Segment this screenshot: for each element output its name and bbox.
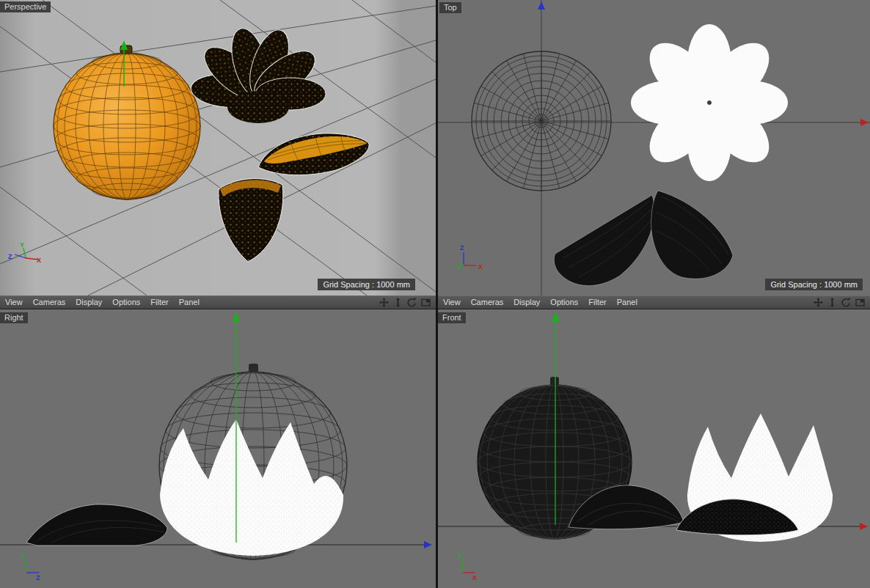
- menu-panel[interactable]: Panel: [612, 296, 643, 309]
- menu-view[interactable]: View: [438, 296, 466, 309]
- axis-y-label: Y: [20, 241, 24, 249]
- axis-x-label: X: [37, 257, 41, 264]
- white-peel-flower-object[interactable]: [631, 24, 788, 181]
- pan-icon[interactable]: [379, 298, 390, 308]
- dolly-icon[interactable]: [827, 298, 838, 308]
- axis-y-label: Y: [457, 264, 461, 271]
- axis-y-label: Y: [21, 552, 26, 559]
- maximize-icon[interactable]: [855, 298, 866, 308]
- right-canvas[interactable]: Y Z: [0, 309, 436, 588]
- orange-stem: [550, 377, 559, 386]
- menu-filter[interactable]: Filter: [145, 296, 173, 309]
- axis-z-label: Z: [8, 253, 12, 260]
- perspective-canvas[interactable]: Y Z X: [0, 0, 436, 295]
- menu-options[interactable]: Options: [545, 296, 583, 309]
- maximize-icon[interactable]: [420, 298, 431, 308]
- application-window: Perspective Grid Spacing : 1000 mm: [0, 0, 870, 588]
- axis-z-label: Z: [460, 244, 464, 251]
- menu-filter[interactable]: Filter: [583, 296, 611, 309]
- viewport-label: Right: [0, 312, 28, 323]
- axis-z-label: Z: [36, 574, 40, 581]
- menu-display[interactable]: Display: [508, 296, 545, 309]
- viewport-top[interactable]: Top Grid Spacing : 1000 mm: [438, 0, 870, 295]
- axis-x-label: X: [478, 263, 483, 271]
- axis-x-label: X: [472, 574, 477, 581]
- viewport-perspective[interactable]: Perspective Grid Spacing : 1000 mm: [0, 0, 436, 295]
- viewport-label: Top: [439, 2, 461, 13]
- orange-sphere-wireframe[interactable]: [472, 51, 611, 191]
- dolly-icon[interactable]: [392, 298, 403, 308]
- rotate-icon[interactable]: [406, 298, 417, 308]
- viewport-menubar-right: View Cameras Display Options Filter Pane…: [438, 295, 870, 309]
- viewport-right[interactable]: Right: [0, 309, 436, 588]
- menu-panel[interactable]: Panel: [174, 296, 205, 309]
- viewport-label: Front: [438, 312, 466, 323]
- menu-display[interactable]: Display: [70, 296, 107, 309]
- viewport-front[interactable]: Front: [438, 309, 870, 588]
- menu-options[interactable]: Options: [107, 296, 145, 309]
- axis-y-label: Y: [458, 552, 462, 559]
- front-canvas[interactable]: Y X: [438, 309, 870, 588]
- rotate-icon[interactable]: [841, 298, 852, 308]
- menu-view[interactable]: View: [0, 296, 28, 309]
- grid-spacing-badge: Grid Spacing : 1000 mm: [318, 279, 415, 290]
- orange-stem: [249, 364, 258, 372]
- top-canvas[interactable]: Z Y X: [438, 0, 870, 295]
- viewport-label: Perspective: [0, 1, 51, 12]
- pan-icon[interactable]: [813, 298, 824, 308]
- grid-spacing-badge: Grid Spacing : 1000 mm: [765, 279, 863, 290]
- menu-cameras[interactable]: Cameras: [466, 296, 509, 309]
- viewport-menubar-left: View Cameras Display Options Filter Pane…: [0, 295, 436, 309]
- menu-cameras[interactable]: Cameras: [28, 296, 71, 309]
